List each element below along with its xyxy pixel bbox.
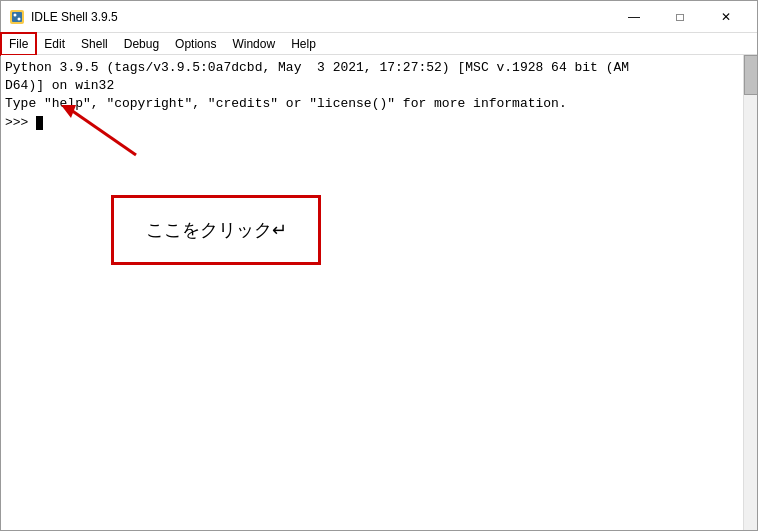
python-icon xyxy=(9,9,25,25)
click-label: ここをクリック↵ xyxy=(146,218,287,242)
shell-line-1: Python 3.9.5 (tags/v3.9.5:0a7dcbd, May 3… xyxy=(5,59,753,77)
minimize-button[interactable]: — xyxy=(611,1,657,33)
title-bar: IDLE Shell 3.9.5 — □ ✕ xyxy=(1,1,757,33)
cursor xyxy=(36,116,43,130)
svg-point-2 xyxy=(14,13,17,16)
menu-options[interactable]: Options xyxy=(167,33,224,55)
menu-file[interactable]: File xyxy=(1,33,36,55)
menu-bar: File Edit Shell Debug Options Window Hel… xyxy=(1,33,757,55)
scrollbar[interactable] xyxy=(743,55,757,530)
svg-point-3 xyxy=(18,17,21,20)
idle-window: IDLE Shell 3.9.5 — □ ✕ File Edit Shell D… xyxy=(0,0,758,531)
shell-line-2: D64)] on win32 xyxy=(5,77,753,95)
close-button[interactable]: ✕ xyxy=(703,1,749,33)
shell-content[interactable]: Python 3.9.5 (tags/v3.9.5:0a7dcbd, May 3… xyxy=(1,55,757,530)
menu-help[interactable]: Help xyxy=(283,33,324,55)
shell-prompt[interactable]: >>> xyxy=(5,114,753,132)
scrollbar-thumb[interactable] xyxy=(744,55,757,95)
menu-edit[interactable]: Edit xyxy=(36,33,73,55)
maximize-button[interactable]: □ xyxy=(657,1,703,33)
svg-rect-1 xyxy=(12,12,22,22)
title-bar-left: IDLE Shell 3.9.5 xyxy=(9,9,118,25)
prompt-text: >>> xyxy=(5,114,36,132)
menu-window[interactable]: Window xyxy=(224,33,283,55)
menu-shell[interactable]: Shell xyxy=(73,33,116,55)
window-title: IDLE Shell 3.9.5 xyxy=(31,10,118,24)
click-instruction-box: ここをクリック↵ xyxy=(111,195,321,265)
menu-debug[interactable]: Debug xyxy=(116,33,167,55)
shell-line-3: Type "help", "copyright", "credits" or "… xyxy=(5,95,753,113)
title-buttons: — □ ✕ xyxy=(611,1,749,33)
